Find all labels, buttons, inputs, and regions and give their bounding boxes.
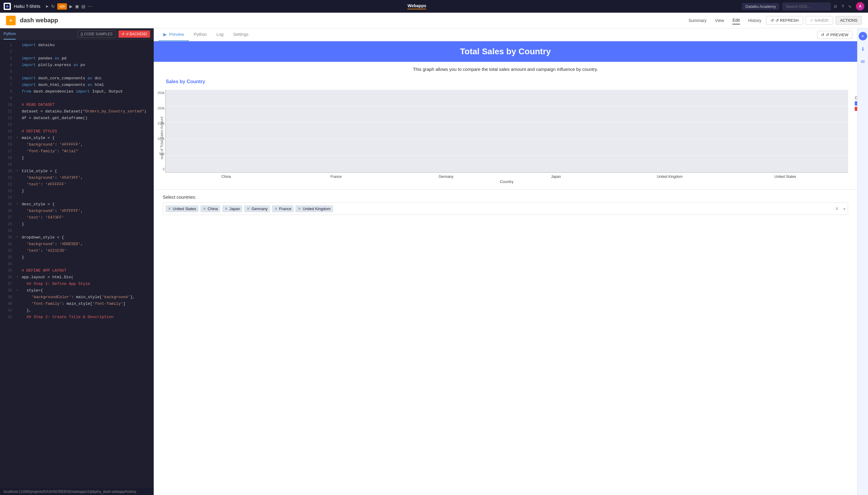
main-layout: Python {} CODE SAMPLES ↺ ↺ BACKEND 1impo… — [0, 28, 868, 495]
code-line: 12df = dataset.get_dataframe() — [0, 115, 154, 122]
tab-python[interactable]: Python — [4, 28, 16, 39]
responsive-icon[interactable]: ▤ — [81, 4, 85, 9]
webapps-tab[interactable]: Webapps — [407, 3, 426, 9]
preview-button[interactable]: ↺ ↺ PREVIEW — [817, 31, 852, 39]
code-line: 33} — [0, 254, 154, 261]
search-input[interactable] — [782, 3, 831, 10]
code-line: 35# DEFINE APP LAYOUT — [0, 268, 154, 274]
x-axis-title: Country — [165, 179, 848, 186]
app-logo — [4, 3, 11, 10]
refresh-icon: ↺ — [771, 18, 774, 23]
bars-container — [166, 90, 848, 172]
preview-icon: ▶ — [163, 32, 167, 37]
code-line: 20▾title_style = { — [0, 168, 154, 175]
tab-python-right[interactable]: Python — [189, 28, 212, 41]
add-icon[interactable]: + — [859, 32, 867, 40]
code-line: 25▾desc_style = { — [0, 201, 154, 208]
tab-log[interactable]: Log — [212, 28, 228, 41]
tag-uk[interactable]: ✕ United Kingdom — [295, 205, 333, 212]
tag-dropdown-arrow[interactable]: ▾ — [843, 206, 845, 211]
nav-summary[interactable]: Summary — [688, 17, 707, 24]
code-line: 14# DEFINE STYLES — [0, 129, 154, 135]
nav-view[interactable]: View — [715, 17, 724, 24]
second-bar: dash webapp Summary View Edit History ↺ … — [0, 13, 868, 28]
backend-button[interactable]: ↺ ↺ BACKEND — [119, 31, 150, 38]
tag-label-us: United States — [173, 206, 196, 211]
refresh-button[interactable]: ↺ ↺ REFRESH — [766, 16, 803, 25]
tag-remove-us[interactable]: ✕ — [168, 206, 171, 211]
help-icon[interactable]: ? — [841, 4, 844, 9]
x-label-china: China — [217, 174, 235, 179]
code-line: 32'text': '#221C35' — [0, 248, 154, 254]
saved-button[interactable]: ✓ SAVED! — [805, 16, 833, 25]
dataiku-academy-btn[interactable]: Dataiku Academy — [742, 3, 779, 10]
code-samples-button[interactable]: {} CODE SAMPLES — [77, 31, 116, 38]
x-label-germany: Germany — [437, 174, 455, 179]
share-icon[interactable]: ➤ — [45, 4, 49, 9]
code-line: 39'backgroundColor': main_style['backgro… — [0, 294, 154, 301]
tag-remove-france[interactable]: ✕ — [274, 206, 278, 211]
x-label-france: France — [327, 174, 345, 179]
chart-description: This graph allows you to compare the tot… — [154, 62, 857, 76]
nav-links: Summary View Edit History — [688, 17, 761, 24]
y-tick: 200k — [154, 106, 164, 110]
tag-us[interactable]: ✕ United States — [166, 205, 198, 212]
code-line: 31'background': '#DDE5ED', — [0, 241, 154, 248]
tab-preview[interactable]: ▶ Preview — [158, 28, 189, 41]
code-line: 27'text': '5473FF' — [0, 215, 154, 221]
legend-swatch-false — [855, 107, 857, 111]
tag-label-germany: Germany — [251, 206, 267, 211]
user-avatar[interactable]: A — [856, 2, 864, 11]
refresh-icon[interactable]: ↻ — [51, 4, 55, 9]
tag-remove-germany[interactable]: ✕ — [246, 206, 250, 211]
nav-edit[interactable]: Edit — [732, 17, 740, 24]
chart-inner: 0 50k 100k 150k 200k 250k — [165, 90, 848, 186]
top-bar-right-icons: ⊙ ? ∿ A — [834, 2, 864, 11]
tab-settings[interactable]: Settings — [228, 28, 254, 41]
right-tabs: ▶ Preview Python Log Settings ↺ ↺ PREVIE… — [154, 28, 857, 41]
play-icon[interactable]: ▶ — [69, 4, 73, 9]
y-tick: 250k — [154, 91, 164, 95]
code-line: 6import dash_core_components as dcc — [0, 75, 154, 82]
chat-icon[interactable]: ✉ — [859, 57, 867, 66]
right-sidebar: + ℹ ✉ — [857, 28, 868, 495]
preview-refresh-icon: ↺ — [821, 33, 824, 37]
y-tick: 100k — [154, 137, 164, 140]
tag-container[interactable]: ✕ United States ✕ China ✕ Japan ✕ German… — [163, 203, 848, 215]
code-editor[interactable]: 1import dataiku 2 3import pandas as pd 4… — [0, 40, 154, 488]
y-axis: 0 50k 100k 150k 200k 250k — [154, 90, 164, 172]
more-icon[interactable]: ⋯ — [88, 4, 92, 9]
code-line: 42## Step 2: Create Title & Description — [0, 314, 154, 321]
code-line: 1import dataiku — [0, 42, 154, 49]
left-tab-buttons: {} CODE SAMPLES ↺ ↺ BACKEND — [77, 31, 150, 38]
code-line: 37## Step 1: Define App Style — [0, 281, 154, 288]
code-line: 5 — [0, 69, 154, 75]
tag-china[interactable]: ✕ China — [201, 205, 220, 212]
tag-japan[interactable]: ✕ Japan — [222, 205, 242, 212]
info-icon[interactable]: ℹ — [859, 45, 867, 53]
tag-remove-japan[interactable]: ✕ — [225, 206, 228, 211]
chart-plot-area: 0 50k 100k 150k 200k 250k — [165, 90, 848, 173]
code-line: 23} — [0, 188, 154, 195]
deploy-icon[interactable]: ▣ — [75, 4, 79, 9]
legend-swatch-true — [855, 101, 857, 105]
tag-label-japan: Japan — [229, 206, 240, 211]
tag-remove-china[interactable]: ✕ — [203, 206, 206, 211]
select-label: Select countries: — [163, 194, 848, 200]
activity-icon[interactable]: ∿ — [848, 4, 852, 9]
code-line: 2 — [0, 49, 154, 55]
code-line: 8from dash.dependencies import Input, Ou… — [0, 89, 154, 95]
tag-remove-uk[interactable]: ✕ — [298, 206, 301, 211]
tag-clear-all[interactable]: ✕ — [835, 206, 839, 211]
code-line: 34 — [0, 261, 154, 268]
y-tick: 50k — [154, 152, 164, 156]
code-line: 16'background': '#FFFFFF', — [0, 142, 154, 148]
tag-france[interactable]: ✕ France — [272, 205, 294, 212]
code-line: 7import dash_html_components as html — [0, 82, 154, 89]
actions-button[interactable]: ACTIONS — [835, 16, 862, 25]
country-selector: Select countries: ✕ United States ✕ Chin… — [154, 189, 857, 220]
nav-history[interactable]: History — [748, 17, 762, 24]
grid-icon[interactable]: ⊙ — [834, 4, 837, 9]
tag-germany[interactable]: ✕ Germany — [244, 205, 270, 212]
code-icon[interactable]: </> — [57, 3, 67, 10]
